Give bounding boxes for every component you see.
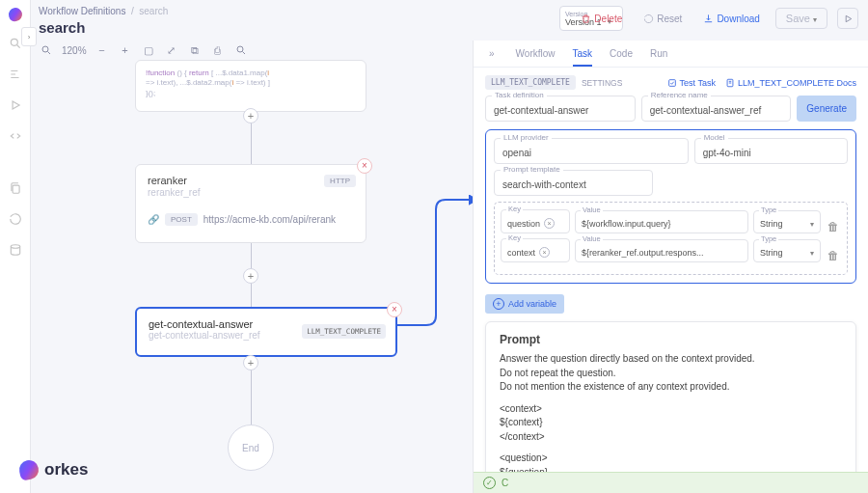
page-title: search	[39, 19, 85, 36]
run-button[interactable]	[837, 8, 858, 29]
zoom-in-button[interactable]: +	[118, 42, 133, 58]
svg-point-4	[237, 46, 243, 52]
print-icon[interactable]: ⎙	[210, 42, 226, 58]
variables-box: Keyquestion× Value${workflow.input.query…	[494, 202, 848, 275]
add-variable-button[interactable]: + Add variable	[485, 294, 564, 314]
breadcrumb-current: search	[139, 6, 168, 16]
play-icon[interactable]	[9, 98, 22, 114]
generate-button[interactable]: Generate	[797, 96, 856, 122]
status-letter: C	[502, 478, 508, 488]
status-bar: ✓ C	[474, 472, 868, 493]
clear-icon[interactable]: ×	[544, 218, 555, 229]
left-rail	[0, 0, 31, 493]
node-reranker[interactable]: × reranker reranker_ref HTTP 🔗 POST http…	[135, 164, 366, 243]
model-field[interactable]: Model gpt-4o-mini	[694, 138, 848, 164]
svg-rect-1	[13, 185, 19, 193]
panel-tabs: » Workflow Task Code Run	[474, 41, 868, 68]
copy-icon[interactable]: ⧉	[187, 42, 203, 58]
var-key-field[interactable]: Keycontext×	[501, 238, 570, 262]
add-node-button[interactable]: +	[243, 355, 258, 370]
llm-config-box: LLM provider openai Model gpt-4o-mini Pr…	[485, 129, 856, 284]
delete-button[interactable]: Delete	[575, 10, 628, 28]
refresh-icon[interactable]	[9, 212, 22, 228]
http-url: https://acme-kb.com/api/rerank	[203, 214, 336, 225]
test-task-button[interactable]: Test Task	[667, 78, 716, 88]
trash-icon[interactable]: 🗑	[826, 249, 841, 262]
breadcrumb: Workflow Definitions / search	[39, 6, 168, 16]
http-method: POST	[165, 213, 198, 226]
var-key-field[interactable]: Keyquestion×	[501, 209, 570, 233]
reset-button[interactable]: Reset	[637, 10, 688, 28]
task-panel: » Workflow Task Code Run LLM_TEXT_COMPLE…	[473, 41, 868, 493]
prompt-preview: Prompt Answer the question directly base…	[485, 321, 856, 493]
http-chip: HTTP	[324, 175, 356, 187]
tab-code[interactable]: Code	[610, 48, 633, 67]
llm-chip: LLM_TEXT_COMPLETE	[302, 324, 386, 339]
logo-mark-icon	[17, 458, 41, 481]
code-icon[interactable]	[9, 129, 22, 145]
variable-row: Keyquestion× Value${workflow.input.query…	[501, 209, 841, 233]
svg-point-3	[42, 46, 48, 52]
selection-arrow	[397, 195, 484, 330]
var-value-field[interactable]: Value${workflow.input.query}	[575, 210, 748, 233]
svg-point-2	[11, 245, 19, 249]
node-function[interactable]: !function () { return [ ...$.data1.map(i…	[135, 60, 366, 112]
flow-icon[interactable]	[9, 68, 22, 83]
db-icon[interactable]	[9, 243, 22, 259]
save-button[interactable]: Save ▾	[775, 8, 827, 29]
svg-rect-5	[668, 79, 675, 86]
task-type-chip: LLM_TEXT_COMPLETE	[485, 75, 576, 90]
add-node-button[interactable]: +	[243, 268, 258, 284]
layout-icon[interactable]: ▢	[141, 42, 156, 58]
breadcrumb-root[interactable]: Workflow Definitions	[39, 6, 125, 16]
zoom-fit-icon[interactable]	[39, 42, 54, 58]
status-icon: ✓	[483, 477, 496, 489]
link-icon: 🔗	[148, 214, 159, 225]
settings-link[interactable]: SETTINGS	[582, 78, 623, 88]
reference-name-field[interactable]: Reference name get-contextual-answer_ref	[641, 96, 792, 122]
docs-link[interactable]: LLM_TEXT_COMPLETE Docs	[725, 78, 856, 88]
top-actions: Delete Reset Download Save ▾	[575, 8, 858, 29]
logo: orkes	[19, 460, 88, 479]
expand-icon[interactable]: ⤢	[164, 42, 179, 58]
close-icon[interactable]: ×	[357, 158, 372, 174]
var-value-field[interactable]: Value${reranker_ref.output.respons...	[575, 239, 748, 262]
zoom-level: 120%	[62, 45, 87, 56]
var-type-select[interactable]: TypeString▾	[753, 210, 821, 233]
zoom-out-button[interactable]: −	[95, 42, 110, 58]
node-end[interactable]: End	[228, 425, 274, 471]
download-button[interactable]: Download	[697, 10, 765, 28]
collapse-sidebar-button[interactable]: ›	[21, 27, 37, 46]
add-node-button[interactable]: +	[243, 108, 258, 123]
logo-icon	[9, 8, 22, 21]
variable-row: Keycontext× Value${reranker_ref.output.r…	[501, 238, 841, 262]
svg-point-0	[11, 39, 17, 45]
llm-provider-field[interactable]: LLM provider openai	[494, 138, 689, 164]
node-get-contextual-answer[interactable]: × get-contextual-answer get-contextual-a…	[135, 307, 397, 357]
var-type-select[interactable]: TypeString▾	[753, 239, 821, 262]
search-icon[interactable]	[9, 37, 22, 52]
search-canvas-icon[interactable]	[233, 42, 249, 58]
tab-run[interactable]: Run	[650, 48, 667, 67]
copy-icon[interactable]	[9, 181, 22, 197]
collapse-panel-icon[interactable]: »	[489, 48, 495, 67]
clear-icon[interactable]: ×	[539, 247, 550, 258]
tab-task[interactable]: Task	[573, 48, 593, 67]
prompt-template-field[interactable]: Prompt template search-with-context	[494, 170, 653, 196]
workflow-canvas[interactable]: !function () { return [ ...$.data1.map(i…	[39, 60, 463, 484]
trash-icon[interactable]: 🗑	[826, 220, 841, 233]
task-definition-field[interactable]: Task definition get-contextual-answer	[485, 96, 636, 122]
tab-workflow[interactable]: Workflow	[516, 48, 556, 67]
canvas-toolbar: 120% − + ▢ ⤢ ⧉ ⎙	[39, 42, 249, 58]
